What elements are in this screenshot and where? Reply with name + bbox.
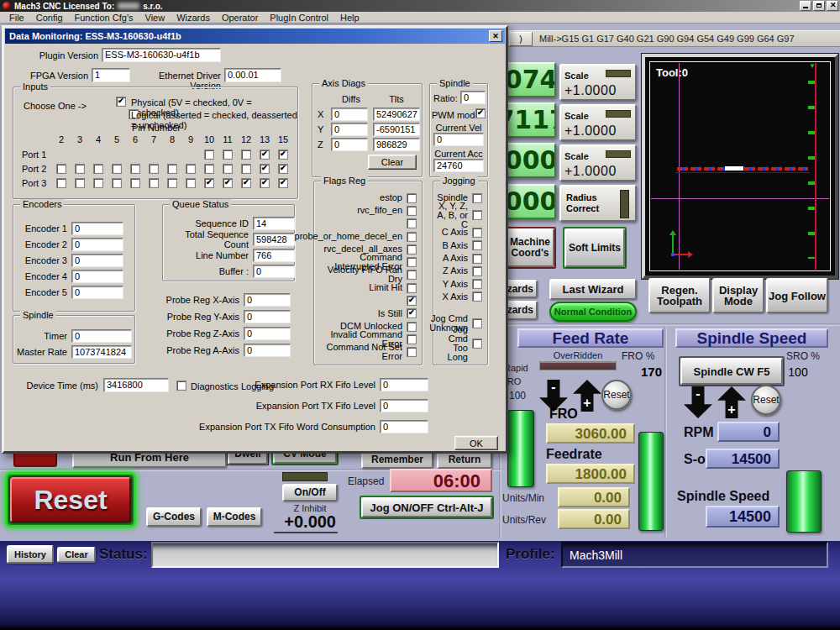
field-value[interactable]: 0 [380,399,428,412]
scale-x-button[interactable]: Scale +1.0000 [559,64,637,101]
feedrate-display[interactable]: 1800.00 [546,464,635,484]
diagnostics-logging-checkbox[interactable] [176,381,186,391]
profile-field[interactable]: Mach3Mill [561,542,828,568]
z-inhibit-value[interactable]: +0.000 [274,512,338,533]
device-time-field[interactable]: 3416800 [103,378,169,392]
checkbox[interactable] [112,164,122,174]
checkbox[interactable] [241,178,251,188]
checkbox[interactable] [407,334,417,344]
checkbox[interactable] [472,210,482,220]
jog-follow-button[interactable]: Jog Follow [766,278,828,313]
checkbox[interactable] [407,244,417,255]
checkbox[interactable] [407,218,417,228]
tlt-field[interactable]: 52490627 [373,108,420,121]
plugin-version-field[interactable]: ESS-M3-160630-u4f1b [102,48,221,62]
spindle-speed-display[interactable]: 14500 [706,506,780,528]
checkbox[interactable] [241,164,251,174]
checkbox[interactable] [56,178,66,188]
checkbox[interactable] [472,318,482,328]
menu-item[interactable]: PlugIn Control [264,13,334,23]
checkbox[interactable] [112,178,122,188]
scale-z-button[interactable]: Scale +1.0000 [559,144,637,181]
radius-correct-button[interactable]: Radius Correct [559,185,637,222]
units-min-display[interactable]: 0.00 [558,487,630,507]
spindle-reset-button[interactable]: Reset [751,385,781,415]
checkbox[interactable] [130,164,140,174]
checkbox[interactable] [223,164,233,174]
field-value[interactable]: 1073741824 [71,345,132,359]
close-icon[interactable] [827,1,838,11]
units-rev-display[interactable]: 0.00 [558,509,630,529]
fro-display[interactable]: 3060.00 [546,423,635,444]
scale-y-button[interactable]: Scale +1.0000 [559,104,637,141]
physical-checkbox[interactable] [116,97,126,107]
tlt-field[interactable]: 986829 [373,138,420,151]
field-value[interactable]: 0 [244,344,291,357]
checkbox[interactable] [278,164,288,174]
checkbox[interactable] [167,178,177,188]
checkbox[interactable] [472,228,482,238]
ratio-field[interactable]: 0 [460,91,486,104]
menu-item[interactable]: Function Cfg's [69,13,139,23]
return-button[interactable]: Return [437,451,492,469]
feed-reset-button[interactable]: Reset [601,380,632,410]
field-value[interactable]: 0 [71,270,123,283]
checkbox[interactable] [407,257,417,267]
checkbox[interactable] [407,283,417,293]
menu-item[interactable]: View [139,13,171,23]
checkbox[interactable] [407,206,417,216]
checkbox[interactable] [149,178,159,188]
spindle-cw-button[interactable]: Spindle CW F5 [680,358,783,385]
checkbox[interactable] [130,178,140,188]
checkbox[interactable] [56,164,66,174]
field-value[interactable]: 0 [380,420,428,433]
checkbox[interactable] [75,178,85,188]
normal-condition-button[interactable]: Normal Condition [549,302,637,322]
checkbox[interactable] [241,150,251,160]
remember-button[interactable]: Remember [361,451,433,469]
current-vel-field[interactable]: 0 [433,133,484,146]
checkbox[interactable] [75,164,85,174]
diff-field[interactable]: 0 [331,138,368,151]
checkbox[interactable] [472,254,482,264]
dialog-close-icon[interactable]: ✕ [489,30,502,42]
clear-status-button[interactable]: Clear [57,547,96,563]
onoff-button[interactable]: On/Off [282,484,338,501]
checkbox[interactable] [204,150,214,160]
sov-display[interactable]: 14500 [706,449,780,469]
last-wizard-button[interactable]: Last Wizard [549,279,637,300]
history-button[interactable]: History [7,545,54,564]
checkbox[interactable] [472,266,482,276]
checkbox[interactable] [407,232,417,242]
checkbox[interactable] [472,291,482,302]
field-value[interactable]: 766 [253,249,295,262]
checkbox[interactable] [260,164,270,174]
checkbox[interactable] [186,178,196,188]
soft-limits-button[interactable]: Soft Limits [564,228,625,267]
field-value[interactable]: 0 [253,265,295,278]
checkbox[interactable] [407,296,417,306]
checkbox[interactable] [260,150,270,160]
diff-field[interactable]: 0 [331,108,368,121]
current-acc-field[interactable]: 24760 [433,159,484,172]
checkbox[interactable] [149,164,159,174]
field-value[interactable]: 0 [71,222,123,235]
checkbox[interactable] [407,270,417,280]
menu-item[interactable]: Operator [216,13,264,23]
checkbox[interactable] [260,178,270,188]
checkbox[interactable] [204,164,214,174]
status-field[interactable] [151,542,499,568]
clear-button[interactable]: Clear [368,155,417,170]
regen-toolpath-button[interactable]: Regen. Toolpath [648,278,711,313]
checkbox[interactable] [472,240,482,250]
pwm-mode-checkbox[interactable] [475,108,486,118]
gcodes-button[interactable]: G-Codes [146,507,202,527]
tlt-field[interactable]: -6590151 [373,123,420,136]
checkbox[interactable] [407,322,417,332]
checkbox[interactable] [278,150,288,160]
menu-item[interactable]: Wizards [171,13,216,23]
field-value[interactable]: 0 [71,329,132,343]
ok-button[interactable]: OK [454,436,498,450]
emergency-reset-button[interactable]: Reset [10,477,131,522]
menu-item[interactable]: Help [334,13,365,23]
